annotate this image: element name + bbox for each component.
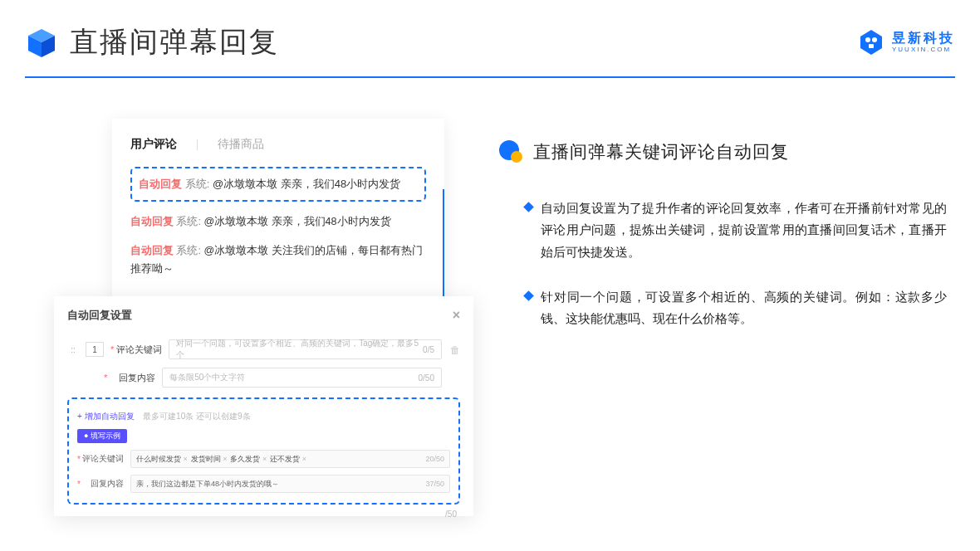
bullet-text: 自动回复设置为了提升作者的评论回复效率，作者可在开播前针对常见的评论用户问题，提… [541,197,947,263]
keyword-tag: 什么时候发货 [136,454,188,465]
example-badge: ● 填写示例 [77,429,127,443]
description-section: 直播间弹幕关键词评论自动回复 自动回复设置为了提升作者的评论回复效率，作者可在开… [498,139,947,353]
input-placeholder: 对同一个问题，可设置多个相近、高频的关键词，Tag确定，最多5个 [176,338,423,361]
keyword-input[interactable]: 对同一个问题，可设置多个相近、高频的关键词，Tag确定，最多5个 0/5 [169,339,442,359]
required-dot-icon: * [77,480,81,489]
brand-name-en: YUUXIN.COM [892,46,955,53]
keyword-tag: 发货时间 [191,454,228,465]
comment-row: 自动回复 系统: @冰墩墩本墩 关注我们的店铺，每日都有热门推荐呦～ [130,242,426,278]
brand-logo: 昱新科技 YUUXIN.COM [857,28,955,56]
settings-title: 自动回复设置 [67,308,132,323]
close-icon[interactable]: × [453,308,460,323]
brand-name-cn: 昱新科技 [892,32,955,45]
tab-pending-products[interactable]: 待播商品 [218,137,264,152]
example-reply-field[interactable]: 亲，我们这边都是下单48小时内发货的哦～ 37/50 [130,475,450,493]
example-keyword-field[interactable]: 什么时候发货 发货时间 多久发货 还不发货 20/50 [130,450,450,468]
keyword-tag: 还不发货 [270,454,306,465]
bullet-item: 自动回复设置为了提升作者的评论回复效率，作者可在开播前针对常见的评论用户问题，提… [498,197,947,263]
example-reply-row: * 回复内容 亲，我们这边都是下单48小时内发货的哦～ 37/50 [77,475,450,493]
reply-body: @冰墩墩本墩 亲亲，我们48小时内发货 [203,216,390,227]
bullet-item: 针对同一个问题，可设置多个相近的、高频的关键词。例如：这款多少钱、这块能优惠吗、… [498,286,947,330]
reply-input[interactable]: 每条限50个中文字符 0/50 [162,368,442,388]
comment-row: 自动回复 系统: @冰墩墩本墩 亲亲，我们48小时内发货 [130,213,426,231]
tail-count: /50 [67,510,460,519]
required-dot-icon: * [110,344,114,354]
system-label: 系统: [185,178,210,190]
drag-handle-icon[interactable]: :: [67,345,79,354]
svg-rect-5 [869,44,874,48]
reply-body: @冰墩墩本墩 亲亲，我们48小时内发货 [213,178,400,190]
auto-reply-tag: 自动回复 [130,245,174,256]
reply-row: * 回复内容 每条限50个中文字符 0/50 [67,368,460,388]
system-label: 系统: [176,245,200,256]
tab-separator [197,139,198,150]
keyword-row: :: 1 * 评论关键词 对同一个问题，可设置多个相近、高频的关键词，Tag确定… [67,339,460,359]
required-dot-icon: * [77,455,81,464]
section-heading: 直播间弹幕关键词评论自动回复 [533,140,789,163]
cube-icon [25,26,58,59]
header-bar: 直播间弹幕回复 昱新科技 YUUXIN.COM [25,23,955,78]
required-dot-icon: * [104,373,107,383]
diamond-bullet-icon [523,290,534,301]
diamond-bullet-icon [523,202,534,212]
chat-bubble-icon [498,139,523,164]
auto-reply-settings-panel: 自动回复设置 × :: 1 * 评论关键词 对同一个问题，可设置多个相近、高频的… [54,296,473,516]
example-keyword-label: 评论关键词 [82,453,124,465]
char-count: 20/50 [425,455,444,463]
page-title: 直播间弹幕回复 [70,23,279,61]
highlighted-auto-reply: 自动回复 系统: @冰墩墩本墩 亲亲，我们48小时内发货 [130,167,426,202]
delete-icon[interactable]: 🗑 [450,344,460,354]
bullet-text: 针对同一个问题，可设置多个相近的、高频的关键词。例如：这款多少钱、这块能优惠吗、… [541,286,947,330]
example-reply-label: 回复内容 [82,478,124,490]
svg-point-3 [865,37,870,42]
tab-user-comments[interactable]: 用户评论 [130,137,177,152]
input-placeholder: 每条限50个中文字符 [169,372,245,383]
char-count: 37/50 [425,480,444,488]
svg-point-4 [872,37,877,42]
reply-label: 回复内容 [109,372,155,384]
add-rule-link[interactable]: + 增加自动回复 [77,412,135,421]
svg-point-7 [511,151,522,163]
char-count: 0/50 [419,373,434,383]
keyword-label: 评论关键词 [115,344,162,356]
example-keyword-row: * 评论关键词 什么时候发货 发货时间 多久发货 还不发货 20/50 [77,450,450,468]
example-box: + 增加自动回复 最多可建10条 还可以创建9条 ● 填写示例 * 评论关键词 … [67,397,460,505]
screenshot-illustration: 用户评论 待播商品 自动回复 系统: @冰墩墩本墩 亲亲，我们48小时内发货 自… [54,112,473,519]
keyword-tag: 多久发货 [230,454,267,465]
example-reply-text: 亲，我们这边都是下单48小时内发货的哦～ [136,479,279,490]
rule-index: 1 [86,342,104,357]
system-label: 系统: [176,216,200,227]
brand-mark-icon [857,28,885,56]
reply-body: @冰墩墩本墩 关注我们的店铺，每日都有热门推荐呦～ [130,245,423,274]
comment-panel: 用户评论 待播商品 自动回复 系统: @冰墩墩本墩 亲亲，我们48小时内发货 自… [112,119,444,310]
auto-reply-tag: 自动回复 [130,216,174,227]
char-count: 0/5 [423,345,434,354]
auto-reply-tag: 自动回复 [139,178,182,190]
add-rule-hint: 最多可建10条 还可以创建9条 [143,412,250,421]
